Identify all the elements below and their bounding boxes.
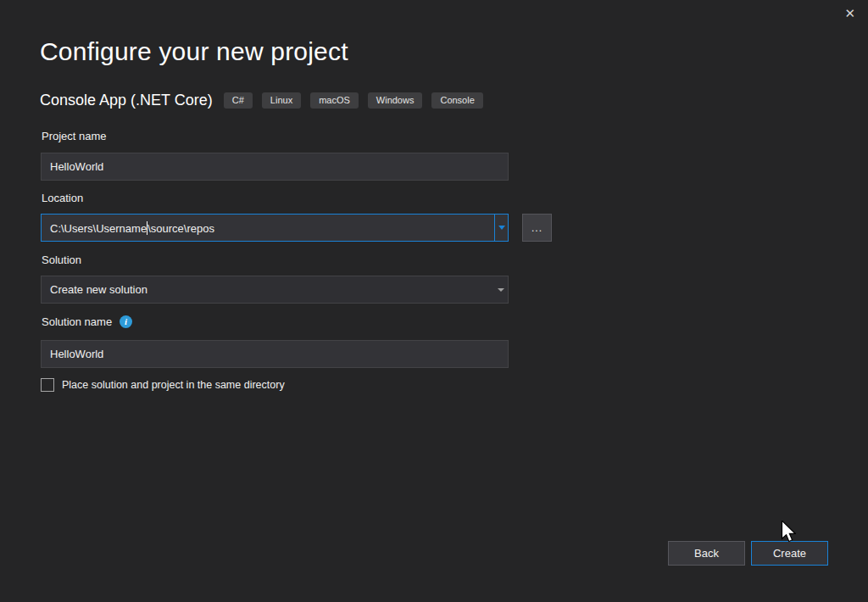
location-dropdown-button[interactable] — [494, 215, 508, 241]
chevron-down-icon — [498, 226, 505, 230]
info-icon[interactable]: i — [120, 315, 132, 328]
solution-selected-value: Create new solution — [42, 283, 494, 296]
project-type-tag: Windows — [368, 92, 423, 109]
project-name-input[interactable]: HelloWorld — [41, 153, 509, 181]
configure-project-dialog: ✕ Configure your new project Console App… — [0, 0, 868, 602]
project-type-tag: Console — [431, 92, 482, 109]
create-button[interactable]: Create — [751, 541, 828, 566]
project-type-tags: C#LinuxmacOSWindowsConsole — [224, 92, 483, 109]
project-type-tag: macOS — [310, 92, 359, 109]
back-button[interactable]: Back — [668, 541, 745, 566]
close-icon[interactable]: ✕ — [844, 6, 855, 21]
same-directory-label: Place solution and project in the same d… — [62, 379, 285, 391]
project-type-tag: Linux — [262, 92, 301, 109]
browse-button[interactable]: ... — [522, 214, 552, 242]
solution-name-value: HelloWorld — [50, 348, 103, 360]
solution-name-input[interactable]: HelloWorld — [41, 340, 509, 368]
project-type-tag: C# — [224, 92, 253, 109]
solution-name-label-row: Solution name i — [42, 315, 132, 328]
location-value: C:\Users\Username\source\repos — [42, 221, 494, 235]
location-input[interactable]: C:\Users\Username\source\repos — [41, 214, 509, 242]
project-type-row: Console App (.NET Core) C#LinuxmacOSWind… — [40, 92, 483, 109]
location-label: Location — [42, 192, 83, 204]
same-directory-row: Place solution and project in the same d… — [41, 378, 285, 392]
project-type-name: Console App (.NET Core) — [40, 92, 213, 109]
same-directory-checkbox[interactable] — [41, 378, 54, 392]
location-value-after-caret: \source\repos — [147, 222, 214, 235]
solution-dropdown-arrow — [494, 276, 508, 303]
solution-name-label: Solution name — [42, 315, 112, 328]
solution-select[interactable]: Create new solution — [41, 276, 509, 304]
project-name-value: HelloWorld — [50, 160, 103, 173]
page-title: Configure your new project — [40, 37, 348, 66]
chevron-down-icon — [498, 288, 504, 292]
mouse-cursor — [781, 521, 796, 543]
solution-label: Solution — [42, 254, 81, 266]
project-name-label: Project name — [42, 130, 107, 142]
location-value-before-caret: C:\Users\Username — [50, 222, 147, 235]
